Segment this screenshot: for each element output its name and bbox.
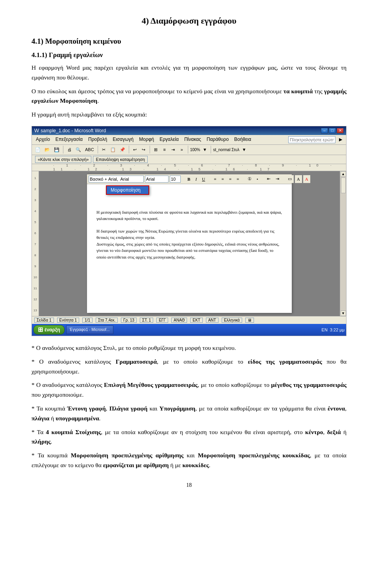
word-menubar: Αρχείο Επεξεργασία Προβολή Εισαγωγή Μορφ… xyxy=(32,135,346,145)
ruler-10: 10 xyxy=(33,272,37,283)
taskbar-word-item[interactable]: Έγγραφο1 - Microsof... xyxy=(66,325,113,334)
copy-button[interactable]: 📋 xyxy=(109,146,117,153)
align-justify[interactable]: ≡ xyxy=(235,175,241,183)
status-rec: ΕΓΓ xyxy=(156,318,168,323)
additional-toolbar: «Κάντε κλικ στην επιλογή» Επανάληψη κατα… xyxy=(32,155,346,164)
table-button[interactable]: ⊞ xyxy=(152,146,160,153)
caption-3: * Ο αναδυόμενος κατάλογος Επιλογή Μεγέθο… xyxy=(32,380,346,400)
numbering-button[interactable]: ① xyxy=(246,175,254,183)
bold-button[interactable]: B xyxy=(185,175,192,183)
ruler-9: 9 xyxy=(34,261,36,272)
vertical-ruler: 1 2 3 4 5 6 7 8 9 10 11 12 13 xyxy=(32,171,39,316)
section-41-title: 4.1) Μορφοποίηση κειμένου xyxy=(32,37,346,46)
caption-4: * Τα κουμπιά Έντονη γραφή, Πλάγια γραφή … xyxy=(32,404,346,423)
ruler-4: 4 xyxy=(34,206,36,217)
search-box: ▶ xyxy=(288,136,345,144)
page-number: 18 xyxy=(32,482,346,488)
scroll-track[interactable] xyxy=(340,177,346,311)
menu-view[interactable]: Προβολή xyxy=(86,136,109,144)
restore-button[interactable]: □ xyxy=(329,128,336,133)
word-page[interactable]: B I U ≡ ≡ ≡ ≡ ① • ⇤ ⇥ ▭ A A Μο xyxy=(87,174,292,313)
scroll-up-arrow[interactable]: ▲ xyxy=(341,171,346,177)
paste-button[interactable]: 📌 xyxy=(118,146,127,153)
morph-menu-item-morfopoiisi[interactable]: Μορφοποίηση xyxy=(107,186,148,194)
more-button[interactable]: » xyxy=(178,146,186,153)
horizontal-ruler: · 1 · 2 · 3 · 4 · 5 · 6 · 7 · 8 · 9 · 10… xyxy=(32,164,346,171)
toolbar-sep3 xyxy=(129,146,129,153)
font-select[interactable] xyxy=(145,176,169,183)
menu-help[interactable]: Βοήθεια xyxy=(232,136,254,144)
align-left[interactable]: ≡ xyxy=(212,175,218,183)
ruler-11: 11 xyxy=(33,283,37,294)
ruler-6: 6 xyxy=(34,228,36,239)
click-option-button[interactable]: «Κάντε κλικ στην επιλογή» xyxy=(35,156,91,163)
caption-5: * Τα 4 κουμπιά Στοίχισης, με τα οποία κα… xyxy=(32,427,346,447)
scroll-thumb[interactable] xyxy=(341,178,346,193)
menu-tools[interactable]: Εργαλεία xyxy=(157,136,181,144)
zoom-label: 100% xyxy=(190,148,200,152)
border-button[interactable]: ▭ xyxy=(286,175,294,183)
ruler-13: 13 xyxy=(33,305,37,316)
repeat-count-button[interactable]: Επανάληψη καταμέτρηση xyxy=(93,156,148,163)
standard-toolbar: 📄 📂 💾 🖨 🔍 ABC ✂ 📋 📌 ↩ ↪ ⊞ ≡ ⇥ » 100% ▼ s… xyxy=(32,145,346,155)
status-icon: 🖥 xyxy=(245,318,254,323)
cut-button[interactable]: ✂ xyxy=(100,146,108,153)
menu-window[interactable]: Παράθυρο xyxy=(204,136,231,144)
style-label: st_normal Στυλ xyxy=(213,148,239,152)
toolbar-sep6 xyxy=(211,146,211,153)
vertical-scrollbar[interactable]: ▲ ▼ xyxy=(340,171,346,316)
preview-button[interactable]: 🔍 xyxy=(74,146,83,153)
font-size-select[interactable] xyxy=(170,176,181,183)
caption-1: * Ο αναδυόμενος κατάλογος Στυλ, με το οπ… xyxy=(32,343,346,353)
search-input[interactable] xyxy=(288,136,335,143)
word-screenshot: W sample_1.doc - Microsoft Word – □ ✕ Αρ… xyxy=(32,126,346,336)
italic-button[interactable]: I xyxy=(193,175,199,183)
close-button[interactable]: ✕ xyxy=(337,128,344,133)
start-button[interactable]: ⊞ έναρξη xyxy=(33,325,65,335)
minimize-button[interactable]: – xyxy=(321,128,328,133)
undo-button[interactable]: ↩ xyxy=(131,146,139,153)
align-right[interactable]: ≡ xyxy=(227,175,233,183)
search-button[interactable]: ▶ xyxy=(337,136,345,144)
bullets-button[interactable]: • xyxy=(255,175,260,183)
taskbar-right: EN 3:22 μμ xyxy=(322,327,345,332)
style-dropdown[interactable]: ▼ xyxy=(240,146,248,153)
print-button[interactable]: 🖨 xyxy=(65,146,73,153)
menu-insert[interactable]: Εισαγωγή xyxy=(110,136,136,144)
ruler-1: 1 xyxy=(34,173,36,184)
redo-button[interactable]: ↪ xyxy=(140,146,148,153)
menu-format[interactable]: Μορφή xyxy=(137,136,156,144)
ruler-5: 5 xyxy=(34,217,36,228)
highlight-button[interactable]: A xyxy=(295,175,302,183)
tray-time: 3:22 μμ xyxy=(330,327,345,332)
open-button[interactable]: 📂 xyxy=(43,146,52,153)
indent-decrease[interactable]: ⇤ xyxy=(265,175,272,183)
tray-icons: EN xyxy=(322,327,328,332)
toolbar-sep1 xyxy=(63,146,63,153)
caption-2: * Ο αναδυόμενος κατάλογος Γραμματοσειρά,… xyxy=(32,357,346,377)
menu-table[interactable]: Πίνακας xyxy=(182,136,204,144)
ruler-marks: · 1 · 2 · 3 · 4 · 5 · 6 · 7 · 8 · 9 · 10… xyxy=(33,164,345,171)
save-button[interactable]: 💾 xyxy=(52,146,61,153)
zoom-dropdown[interactable]: ▼ xyxy=(201,146,209,153)
style-dropdown-input[interactable] xyxy=(89,176,144,183)
status-col: ΣΤ. 1 xyxy=(140,318,153,323)
scroll-down-arrow[interactable]: ▼ xyxy=(341,311,346,316)
indent-increase[interactable]: ⇥ xyxy=(274,175,281,183)
page-content[interactable]: Η μεσογειακή διατροφή είναι πλούσια σε φ… xyxy=(96,209,282,261)
color-button[interactable]: A xyxy=(303,175,310,183)
page-main-title: 4) Διαμόρφωση εγγράφου xyxy=(32,16,346,26)
titlebar-left: W sample_1.doc - Microsoft Word xyxy=(34,128,106,133)
columns-button[interactable]: ≡ xyxy=(161,146,169,153)
ruler-7: 7 xyxy=(34,239,36,250)
page-para-2: Η διατροφή των χωρών της Νότιας Ευρώπης … xyxy=(96,228,282,241)
word-content-area: 1 2 3 4 5 6 7 8 9 10 11 12 13 B I U xyxy=(32,171,346,316)
menu-edit[interactable]: Επεξεργασία xyxy=(53,136,85,144)
align-center[interactable]: ≡ xyxy=(219,175,226,183)
spell-button[interactable]: ABC xyxy=(83,146,96,153)
underline-button[interactable]: U xyxy=(200,175,207,183)
indent-button[interactable]: ⇥ xyxy=(169,146,177,153)
new-button[interactable]: 📄 xyxy=(33,146,42,153)
status-trk: ΑΝΑΘ xyxy=(171,318,187,323)
menu-file[interactable]: Αρχείο xyxy=(33,136,52,144)
